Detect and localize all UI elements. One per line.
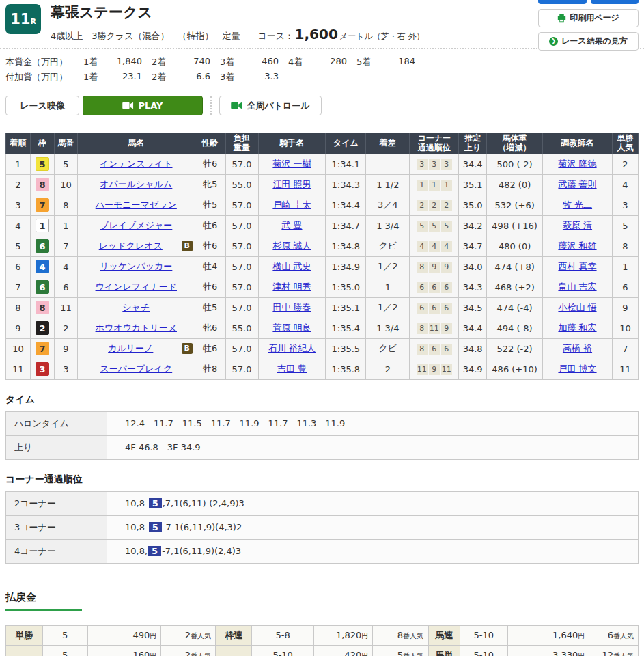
trainer-link[interactable]: 菊沢 隆徳 [558, 159, 596, 169]
time-row: 上り4F 46.8 - 3F 34.9 [6, 435, 639, 459]
horse-number-cell: 6 [54, 277, 77, 297]
prize-rank-label: 3着 [220, 56, 243, 68]
prize-value: 23.1 [107, 71, 142, 83]
payout-amount: 420円 [314, 645, 373, 656]
body-weight-cell: 486 (+10) [487, 359, 543, 379]
horse-name-link[interactable]: ハーモニーマゼラン [96, 200, 177, 210]
course-distance: 1,600 [295, 26, 338, 42]
trainer-link[interactable]: 牧 光二 [563, 200, 592, 210]
jockey-link[interactable]: 武 豊 [281, 220, 302, 230]
trainer-link[interactable]: 藤沢 和雄 [558, 241, 596, 251]
payout-amount-number: 1,640 [552, 630, 578, 640]
rank-cell: 9 [6, 318, 31, 338]
jockey-link[interactable]: 吉田 豊 [277, 364, 307, 374]
corner-position-box: 4 [417, 241, 428, 252]
payout-bet-type-label: 複勝 [6, 645, 43, 656]
trainer-link[interactable]: 萩原 清 [563, 220, 592, 230]
horse-name-link[interactable]: リッケンバッカー [100, 261, 172, 271]
corner-row: 4コーナー10,8,5-7,1(6,11,9)(2,4)3 [6, 539, 639, 563]
waku-cell: 7 [30, 195, 54, 215]
race-video-button[interactable]: レース映像 [5, 96, 79, 115]
horse-name-cell: ホウオウカトリーヌ [77, 318, 195, 338]
play-button[interactable]: PLAY [83, 96, 203, 115]
trainer-link[interactable]: 戸田 博文 [558, 364, 596, 374]
corner-position-box: 9 [429, 364, 440, 375]
corner-position-box: 6 [441, 344, 452, 355]
payout-section-title: 払戻金 [5, 591, 639, 610]
table-row: 922ホウオウカトリーヌ牝655.0菅原 明良1:35.41 3/4811934… [6, 318, 639, 338]
jockey-link[interactable]: 菅原 明良 [272, 323, 311, 333]
horse-name-link[interactable]: レッドクレオス [99, 241, 163, 251]
trainer-link[interactable]: 小桧山 悟 [558, 302, 596, 312]
horse-number-cell: 11 [54, 297, 77, 318]
payout-row: 枠連5-81,820円8番人気 [216, 625, 428, 645]
payout-table: 枠連5-81,820円8番人気ワイド5-10420円5番人気5-8400円4番人… [216, 625, 428, 656]
column-header: 枠 [30, 133, 54, 154]
payout-section: 払戻金 単勝5490円2番人気複勝5160円2番人気10190円4番人気8190… [5, 591, 639, 656]
patrol-video-button[interactable]: 全周パトロール [219, 96, 322, 115]
jockey-link[interactable]: 津村 明秀 [272, 282, 311, 292]
corner-position-box: 5 [429, 221, 440, 232]
corner-position-box: 5 [441, 221, 452, 232]
trainer-link[interactable]: 畠山 吉宏 [558, 282, 596, 292]
horse-name-link[interactable]: スーパーブレイク [100, 364, 172, 374]
horse-name-link[interactable]: シャチ [122, 302, 150, 312]
column-header: タイム [326, 133, 366, 154]
top-blue-button-2[interactable] [591, 0, 639, 4]
horse-name-link[interactable]: オパールシャルム [100, 179, 172, 189]
jockey-cell: 菊沢 一樹 [258, 154, 326, 174]
prize-rank-label: 3着 [220, 71, 243, 83]
horse-name-link[interactable]: ブレイブメジャー [100, 220, 172, 230]
time-cell: 1:34.9 [326, 256, 366, 277]
last-3f-cell: 34.4 [459, 318, 487, 338]
corner-position-box: 11 [417, 364, 428, 375]
result-guide-button[interactable]: ❯ レース結果の見方 [538, 32, 639, 51]
payout-combination: 5 [42, 645, 87, 656]
body-weight-cell: 500 (-2) [487, 154, 543, 174]
jockey-link[interactable]: 戸崎 圭太 [272, 200, 311, 210]
time-row-value: 4F 46.8 - 3F 34.9 [107, 435, 639, 459]
jockey-cell: 杉原 誠人 [258, 236, 326, 256]
payout-amount-number: 3,330 [552, 650, 578, 656]
print-page-button[interactable]: 印刷用ページ [538, 9, 639, 27]
jockey-link[interactable]: 田中 勝春 [272, 302, 311, 312]
jockey-link[interactable]: 石川 裕紀人 [268, 343, 316, 353]
corner-row-label: 2コーナー [6, 491, 107, 515]
corner-row-value: 10,8-5,7,1(6,11)-(2,4,9)3 [107, 491, 639, 515]
jockey-link[interactable]: 横山 武史 [272, 261, 311, 271]
margin-cell [366, 154, 410, 174]
corner-order-cell: 555 [410, 215, 459, 236]
waku-badge: 6 [36, 280, 49, 294]
trainer-link[interactable]: 高橋 裕 [563, 343, 592, 353]
horse-number-cell: 10 [54, 174, 77, 195]
time-row: ハロンタイム12.4 - 11.7 - 11.5 - 11.7 - 11.9 -… [6, 411, 639, 435]
payout-amount-number: 490 [132, 630, 150, 640]
corner-position-box: 3 [441, 159, 452, 170]
table-row: 378ハーモニーマゼラン牡557.0戸崎 圭太1:34.43／422235.05… [6, 195, 639, 215]
prize-row: 付加賞（万円）1着23.12着6.63着3.3 [5, 71, 639, 83]
horse-name-link[interactable]: カルリーノ [108, 343, 153, 353]
blinker-badge: B [182, 241, 193, 251]
horse-name-link[interactable]: ホウオウカトリーヌ [96, 323, 177, 333]
trainer-link[interactable]: 西村 真幸 [558, 261, 596, 271]
horse-name-link[interactable]: インテンスライト [100, 159, 172, 169]
payout-popularity: 6番人気 [589, 625, 639, 645]
trainer-link[interactable]: 加藤 和宏 [558, 323, 596, 333]
jockey-link[interactable]: 菊沢 一樹 [272, 159, 311, 169]
jockey-cell: 津村 明秀 [258, 277, 326, 297]
horse-number-cell: 9 [54, 338, 77, 359]
carried-weight-cell: 57.0 [225, 195, 258, 215]
last-3f-cell: 34.9 [459, 359, 487, 379]
horse-name-link[interactable]: ウインレフィナード [96, 282, 177, 292]
corner-position-box: 1 [441, 180, 452, 191]
corner-order-cell: 666 [410, 297, 459, 318]
corner-order-after: -7-1(6,11,9)(4,3)2 [163, 522, 242, 532]
corner-section: コーナー通過順位 2コーナー10,8-5,7,1(6,11)-(2,4,9)33… [5, 474, 639, 564]
trainer-link[interactable]: 武藤 善則 [558, 179, 596, 189]
last-3f-cell: 34.4 [459, 154, 487, 174]
jockey-link[interactable]: 江田 照男 [272, 179, 311, 189]
jockey-link[interactable]: 杉原 誠人 [272, 241, 311, 251]
rank-cell: 11 [6, 359, 31, 379]
top-blue-button-1[interactable] [538, 0, 587, 4]
waku-cell: 7 [30, 338, 54, 359]
